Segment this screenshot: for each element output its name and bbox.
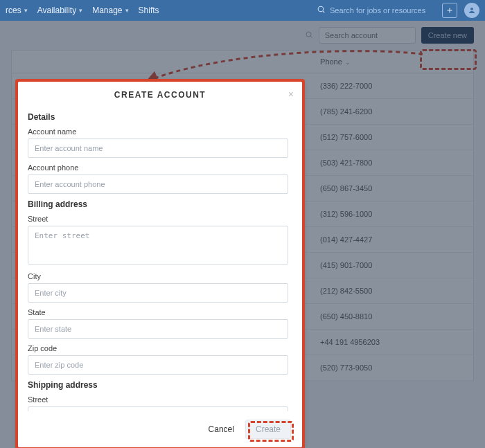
label-billing-state: State bbox=[28, 308, 288, 316]
nav-item-shifts[interactable]: Shifts bbox=[139, 6, 159, 15]
chevron-down-icon: ▾ bbox=[24, 7, 28, 14]
search-icon bbox=[317, 5, 326, 16]
label-billing-city: City bbox=[28, 272, 288, 280]
modal-title: CREATE ACCOUNT bbox=[18, 90, 302, 100]
user-avatar[interactable] bbox=[464, 3, 479, 18]
nav-item-resources[interactable]: rces▾ bbox=[6, 6, 28, 15]
top-navbar: rces▾ Availability▾ Manage▾ Shifts bbox=[0, 0, 485, 21]
svg-point-0 bbox=[318, 6, 324, 12]
modal-footer: Cancel Create bbox=[18, 411, 302, 447]
section-details: Details bbox=[28, 112, 288, 122]
label-account-name: Account name bbox=[28, 127, 288, 136]
section-shipping-address: Shipping address bbox=[28, 380, 288, 390]
modal-scroll-area[interactable]: Details Account name Account phone Billi… bbox=[28, 107, 292, 411]
section-billing-address: Billing address bbox=[28, 199, 288, 209]
account-phone-field[interactable] bbox=[28, 174, 288, 194]
page-body: Create new Phone⌄ (336) 222-7000(785) 24… bbox=[0, 21, 485, 448]
nav-menu: rces▾ Availability▾ Manage▾ Shifts bbox=[6, 6, 159, 15]
shipping-street-field[interactable] bbox=[28, 406, 288, 411]
svg-point-4 bbox=[470, 8, 473, 10]
billing-zip-field[interactable] bbox=[28, 355, 288, 375]
label-shipping-street: Street bbox=[28, 395, 288, 404]
close-icon[interactable]: × bbox=[288, 89, 294, 100]
label-billing-street: Street bbox=[28, 215, 288, 223]
account-name-field[interactable] bbox=[28, 138, 288, 158]
global-search[interactable] bbox=[317, 5, 434, 16]
chevron-down-icon: ▾ bbox=[79, 7, 82, 14]
global-search-input[interactable] bbox=[330, 6, 434, 15]
nav-item-manage[interactable]: Manage▾ bbox=[92, 6, 128, 15]
svg-line-1 bbox=[323, 11, 324, 12]
create-account-modal: CREATE ACCOUNT × Details Account name Ac… bbox=[18, 82, 302, 447]
create-button[interactable]: Create bbox=[245, 420, 291, 439]
modal-header: CREATE ACCOUNT × bbox=[18, 82, 302, 107]
nav-item-availability[interactable]: Availability▾ bbox=[37, 6, 82, 15]
chevron-down-icon: ▾ bbox=[125, 7, 129, 14]
add-button[interactable] bbox=[442, 3, 457, 18]
label-billing-zip: Zip code bbox=[28, 344, 288, 352]
label-account-phone: Account phone bbox=[28, 163, 288, 172]
billing-street-field[interactable] bbox=[28, 226, 288, 265]
billing-state-field[interactable] bbox=[28, 319, 288, 339]
billing-city-field[interactable] bbox=[28, 283, 288, 303]
cancel-button[interactable]: Cancel bbox=[204, 420, 238, 438]
